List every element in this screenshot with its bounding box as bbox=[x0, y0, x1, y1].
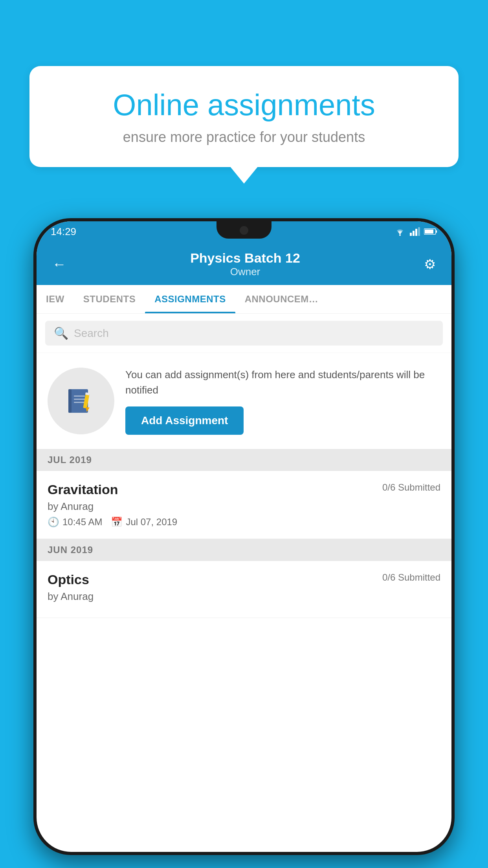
assignment-by-optics: by Anurag bbox=[48, 590, 440, 603]
tab-students[interactable]: STUDENTS bbox=[74, 285, 145, 313]
search-container: 🔍 Search bbox=[37, 314, 451, 353]
camera bbox=[240, 226, 248, 235]
svg-rect-10 bbox=[74, 395, 85, 397]
search-input[interactable]: Search bbox=[74, 327, 109, 340]
tabs-bar: IEW STUDENTS ASSIGNMENTS ANNOUNCEM… bbox=[37, 285, 451, 314]
assignment-by: by Anurag bbox=[48, 500, 440, 513]
time-value: 10:45 AM bbox=[62, 517, 102, 528]
speech-bubble: Online assignments ensure more practice … bbox=[29, 66, 459, 167]
bubble-title: Online assignments bbox=[53, 88, 435, 122]
assignment-date: 📅 Jul 07, 2019 bbox=[111, 517, 177, 528]
month-separator-jul: JUL 2019 bbox=[37, 449, 451, 471]
tab-assignments[interactable]: ASSIGNMENTS bbox=[145, 285, 235, 313]
tab-announcements[interactable]: ANNOUNCEM… bbox=[235, 285, 328, 313]
assignment-top-optics: Optics 0/6 Submitted bbox=[48, 572, 440, 587]
assignment-item-gravitation[interactable]: Gravitation 0/6 Submitted by Anurag 🕙 10… bbox=[37, 471, 451, 539]
settings-icon[interactable]: ⚙ bbox=[424, 256, 436, 272]
assignment-top: Gravitation 0/6 Submitted bbox=[48, 482, 440, 497]
header-subtitle: Owner bbox=[66, 266, 424, 278]
phone-frame: 14:29 bbox=[33, 218, 455, 855]
search-icon: 🔍 bbox=[54, 326, 68, 340]
assignment-name: Gravitation bbox=[48, 482, 118, 497]
notebook-icon bbox=[65, 385, 97, 417]
svg-rect-11 bbox=[74, 399, 85, 400]
assignment-submitted: 0/6 Submitted bbox=[382, 482, 440, 493]
tab-iew[interactable]: IEW bbox=[37, 285, 74, 313]
status-bar: 14:29 bbox=[37, 221, 451, 242]
notch bbox=[216, 221, 272, 239]
phone-screen: 14:29 bbox=[37, 221, 451, 852]
status-time: 14:29 bbox=[51, 226, 76, 238]
app-header: ← Physics Batch 12 Owner ⚙ bbox=[37, 242, 451, 285]
svg-rect-4 bbox=[418, 227, 420, 236]
promo-right: You can add assignment(s) from here and … bbox=[125, 367, 440, 435]
svg-rect-6 bbox=[436, 230, 437, 233]
signal-icon bbox=[410, 227, 420, 236]
clock-icon: 🕙 bbox=[48, 517, 59, 528]
date-value: Jul 07, 2019 bbox=[126, 517, 177, 528]
bubble-subtitle: ensure more practice for your students bbox=[53, 129, 435, 145]
promo-icon-circle bbox=[48, 368, 114, 434]
month-separator-jun: JUN 2019 bbox=[37, 539, 451, 561]
back-button[interactable]: ← bbox=[52, 256, 66, 272]
svg-rect-7 bbox=[425, 230, 433, 234]
promo-section: You can add assignment(s) from here and … bbox=[37, 353, 451, 449]
assignment-submitted-optics: 0/6 Submitted bbox=[382, 572, 440, 583]
header-center: Physics Batch 12 Owner bbox=[66, 250, 424, 278]
assignment-meta: 🕙 10:45 AM 📅 Jul 07, 2019 bbox=[48, 517, 440, 528]
assignment-time: 🕙 10:45 AM bbox=[48, 517, 102, 528]
calendar-icon: 📅 bbox=[111, 517, 123, 528]
svg-rect-1 bbox=[410, 233, 412, 236]
svg-rect-12 bbox=[74, 402, 85, 403]
status-icons bbox=[394, 227, 437, 236]
svg-rect-2 bbox=[413, 231, 415, 236]
add-assignment-button[interactable]: Add Assignment bbox=[125, 406, 244, 435]
promo-text: You can add assignment(s) from here and … bbox=[125, 367, 440, 398]
svg-point-0 bbox=[399, 234, 401, 236]
wifi-icon bbox=[394, 227, 406, 236]
svg-rect-9 bbox=[68, 389, 72, 413]
header-title: Physics Batch 12 bbox=[66, 250, 424, 266]
assignment-name-optics: Optics bbox=[48, 572, 89, 587]
assignment-item-optics[interactable]: Optics 0/6 Submitted by Anurag bbox=[37, 561, 451, 618]
search-bar[interactable]: 🔍 Search bbox=[45, 321, 443, 346]
svg-rect-3 bbox=[415, 229, 417, 236]
battery-icon bbox=[424, 228, 437, 235]
content-area: 🔍 Search bbox=[37, 314, 451, 618]
